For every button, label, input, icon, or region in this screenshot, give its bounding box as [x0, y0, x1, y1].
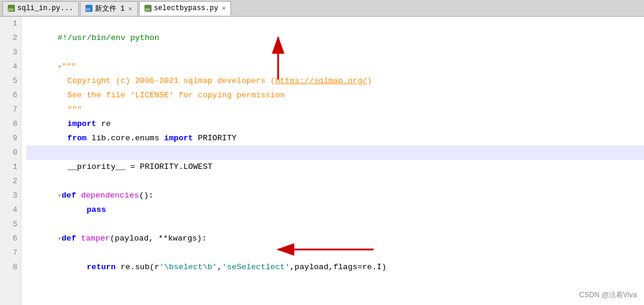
code-line-10: __priority__ = PRIORITY.LOWEST — [26, 146, 644, 160]
code-line-8: from lib.core.enums import PRIORITY — [26, 117, 644, 131]
code-line-15: ▿def tamper(payload, **kwargs): — [26, 217, 644, 232]
tab-selectbypass-label: selectbypass.py — [154, 4, 218, 13]
code-line-4: Copyright (c) 2006-2021 sqlmap developer… — [26, 60, 644, 74]
tab-newfile[interactable]: txt 新文件 1 ✕ — [80, 1, 138, 16]
code-content: #!/usr/bin/env python ▿""" Copyright (c)… — [21, 17, 644, 305]
tab-sql-in[interactable]: py sqli_in.py... — [2, 1, 79, 16]
tab-bar: py sqli_in.py... txt 新文件 1 ✕ py selectby… — [0, 0, 644, 17]
svg-text:py: py — [145, 7, 150, 12]
selectbypass-py-icon: py — [144, 5, 152, 12]
py-icon: py — [8, 5, 15, 12]
tab-newfile-label: 新文件 1 — [95, 4, 125, 14]
code-line-3: ▿""" — [26, 45, 644, 60]
tab-selectbypass[interactable]: py selectbypass.py ✕ — [139, 1, 232, 16]
line-numbers: 1 2 3 4 5 6 7 8 9 0 1 2 3 4 5 6 7 8 — [0, 17, 21, 305]
code-line-1: #!/usr/bin/env python — [26, 17, 644, 31]
watermark: CSDN @活着Viva — [579, 290, 637, 300]
code-line-14 — [26, 203, 644, 217]
code-line-7: import re — [26, 103, 644, 117]
tab-sql-in-label: sqli_in.py... — [17, 4, 73, 13]
svg-text:txt: txt — [85, 7, 90, 11]
tab-selectbypass-close[interactable]: ✕ — [222, 4, 226, 12]
svg-text:py: py — [8, 7, 13, 12]
tab-newfile-close[interactable]: ✕ — [128, 5, 133, 13]
code-line-17: return re.sub(r'\bselect\b','seSelectlec… — [26, 246, 644, 260]
txt-icon: txt — [85, 5, 93, 12]
code-container: 1 2 3 4 5 6 7 8 9 0 1 2 3 4 5 6 7 8 #!/u… — [0, 17, 644, 305]
code-line-12: ▿def dependencies(): — [26, 174, 644, 189]
